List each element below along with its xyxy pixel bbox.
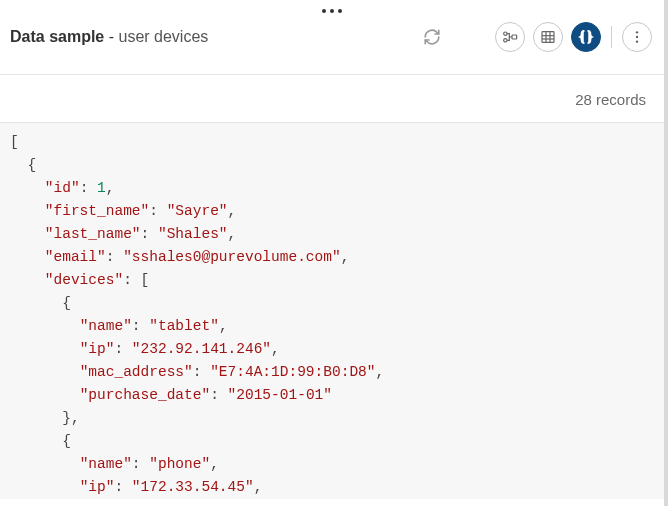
svg-rect-3 — [542, 32, 554, 43]
toolbar — [417, 22, 652, 52]
svg-point-8 — [636, 31, 638, 33]
json-viewer: [ { "id": 1, "first_name": "Sayre", "las… — [0, 123, 664, 499]
drag-handle[interactable] — [0, 0, 664, 14]
svg-rect-2 — [512, 35, 517, 39]
header-bar: Data sample - user devices — [0, 14, 664, 64]
refresh-button[interactable] — [417, 22, 447, 52]
flow-icon — [502, 29, 518, 45]
json-icon — [577, 28, 595, 46]
json-view-button[interactable] — [571, 22, 601, 52]
toolbar-separator — [611, 26, 612, 48]
flow-view-button[interactable] — [495, 22, 525, 52]
more-vertical-icon — [629, 29, 645, 45]
refresh-icon — [423, 28, 441, 46]
title-main: Data sample — [10, 28, 104, 45]
title-separator: - — [104, 28, 118, 45]
svg-point-9 — [636, 36, 638, 38]
records-count-label: 28 records — [575, 91, 646, 108]
dots-icon — [322, 9, 342, 13]
page-title: Data sample - user devices — [10, 28, 417, 46]
svg-point-0 — [504, 32, 507, 35]
title-sub: user devices — [118, 28, 208, 45]
table-icon — [540, 29, 556, 45]
more-options-button[interactable] — [622, 22, 652, 52]
json-scroll-area[interactable]: [ { "id": 1, "first_name": "Sayre", "las… — [0, 123, 664, 499]
table-view-button[interactable] — [533, 22, 563, 52]
svg-point-10 — [636, 40, 638, 42]
svg-point-1 — [504, 39, 507, 42]
records-count: 28 records — [0, 75, 664, 123]
json-content: [ { "id": 1, "first_name": "Sayre", "las… — [0, 123, 664, 499]
